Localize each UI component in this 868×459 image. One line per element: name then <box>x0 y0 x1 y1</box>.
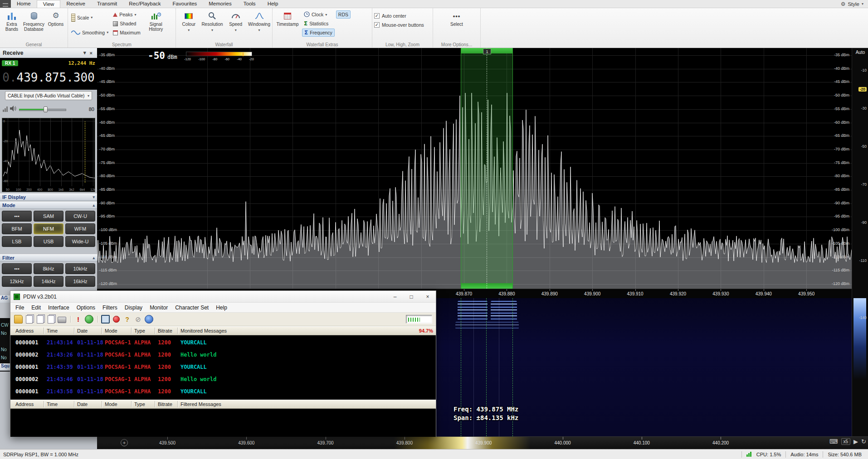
center-button[interactable]: + <box>121 439 128 446</box>
menu-help[interactable]: Help <box>212 304 231 311</box>
mode-button-lsb[interactable]: LSB <box>2 236 32 247</box>
app-menu-icon[interactable] <box>0 0 11 8</box>
alert-icon[interactable] <box>74 315 83 324</box>
play-icon[interactable]: ▶ <box>853 438 858 445</box>
column-messages[interactable]: Monitored Messages <box>180 328 227 333</box>
statistics-button[interactable]: Σ Statistics <box>302 19 335 28</box>
resolution-button[interactable]: Resolution ▾ <box>201 10 224 41</box>
peaks-button[interactable]: Peaks ▾ <box>111 10 142 19</box>
column-mode[interactable]: Mode <box>105 401 117 407</box>
minimize-button[interactable]: – <box>387 291 403 302</box>
pdw-window[interactable]: PDW v3.2b01 – □ × FileEditInterfaceOptio… <box>10 290 436 437</box>
tuning-band[interactable]: 1 <box>461 48 513 289</box>
rx-marker[interactable]: 1 <box>483 48 491 54</box>
tab-home[interactable]: Home <box>11 0 37 8</box>
spectrum-display[interactable]: -35 dBm-35 dBm-40 dBm-40 dBm-45 dBm-45 d… <box>97 48 852 289</box>
column-date[interactable]: Date <box>77 401 88 407</box>
menu-edit[interactable]: Edit <box>28 304 44 311</box>
mode-button-cw-u[interactable]: CW-U <box>65 211 95 222</box>
shaded-button[interactable]: Shaded <box>111 19 142 28</box>
palette-marker[interactable] <box>243 53 244 56</box>
tab-help[interactable]: Help <box>262 0 284 8</box>
copy-icon[interactable] <box>48 315 54 324</box>
close-icon[interactable]: × <box>88 50 94 56</box>
volume-thumb[interactable] <box>44 106 48 112</box>
frequency-readout[interactable]: 0.439.875.300 <box>0 67 97 88</box>
tab-receive[interactable]: Receive <box>60 0 91 8</box>
menu-interface[interactable]: Interface <box>44 304 73 311</box>
signal-history-button[interactable]: Signal History <box>144 10 168 41</box>
menu-options[interactable]: Options <box>73 304 99 311</box>
column-date[interactable]: Date <box>77 328 88 333</box>
frequency-database-button[interactable]: Frequency Database <box>23 10 44 41</box>
refresh-icon[interactable]: ↻ <box>861 438 866 445</box>
tab-favourites[interactable]: Favourites <box>167 0 203 8</box>
volume-slider[interactable] <box>19 106 66 112</box>
rds-button[interactable]: RDS <box>336 10 351 19</box>
tab-memories[interactable]: Memories <box>203 0 237 8</box>
tab-rec-playback[interactable]: Rec/Playback <box>123 0 166 8</box>
monitor-icon[interactable] <box>101 315 110 324</box>
filter-button-16khz[interactable]: 16kHz <box>65 276 95 287</box>
menu-character-set[interactable]: Character Set <box>171 304 212 311</box>
globe-icon[interactable] <box>85 315 93 324</box>
smoothing-button[interactable]: Smoothing ▾ <box>70 25 110 39</box>
timestamp-button[interactable]: Timestamp <box>274 10 301 41</box>
menu-filters[interactable]: Filters <box>99 304 121 311</box>
column-mode[interactable]: Mode <box>105 328 117 333</box>
section-mode[interactable]: Mode ▴ <box>0 202 97 209</box>
pdw-message-row[interactable]: 000000221:43:4601-11-18POCSAG-1ALPHA1200… <box>10 374 436 386</box>
record-icon[interactable] <box>112 315 121 324</box>
clock-button[interactable]: Clock ▾ <box>302 10 335 19</box>
column-address[interactable]: Address <box>15 328 34 333</box>
levels-icon[interactable] <box>3 106 8 112</box>
auto-range-button[interactable]: Auto <box>852 50 868 55</box>
scale-button[interactable]: Scale ▾ <box>70 10 110 24</box>
auto-center-checkbox[interactable]: ✓ Auto center <box>374 11 431 20</box>
help-icon[interactable] <box>123 315 132 324</box>
pdw-message-row[interactable]: 000000121:43:3901-11-18POCSAG-1ALPHA1200… <box>10 362 436 374</box>
column-time[interactable]: Time <box>47 328 58 333</box>
keyboard-icon[interactable]: ⌨ <box>829 438 838 445</box>
copy-icon[interactable] <box>37 315 44 324</box>
colour-button[interactable]: Colour ▾ <box>178 10 200 41</box>
zoom-level[interactable]: x5 <box>841 438 851 445</box>
select-button[interactable]: ••• Select <box>444 10 469 41</box>
filter-button-8khz[interactable]: 8kHz <box>34 263 63 274</box>
column-bitrate[interactable]: Bitrate <box>158 328 172 333</box>
mode-button-bfm[interactable]: BFM <box>2 223 32 234</box>
pin-icon[interactable]: ▾ <box>82 50 88 56</box>
mode-button-more[interactable]: ••• <box>2 211 32 222</box>
block-icon[interactable] <box>134 315 142 324</box>
pdw-message-row[interactable]: 000000221:43:2601-11-18POCSAG-1ALPHA1200… <box>10 349 436 362</box>
web-icon[interactable] <box>145 315 153 324</box>
mode-button-sam[interactable]: SAM <box>34 211 63 222</box>
options-button[interactable]: ⚙ Options <box>46 10 66 41</box>
maximum-button[interactable]: Maximum <box>111 29 142 37</box>
menu-monitor[interactable]: Monitor <box>146 304 171 311</box>
column-type[interactable]: Type <box>134 328 145 333</box>
palette-legend[interactable] <box>186 52 252 56</box>
style-control[interactable]: ⚙ Style ▾ <box>841 0 868 8</box>
open-icon[interactable] <box>14 315 23 324</box>
speaker-icon[interactable] <box>10 105 17 113</box>
maximize-button[interactable]: □ <box>403 291 419 302</box>
pdw-message-row[interactable]: 000000121:43:5801-11-18POCSAG-1ALPHA1200… <box>10 386 436 398</box>
windowing-button[interactable]: Windowing ▾ <box>248 10 270 41</box>
receive-panel-header[interactable]: Receive ▾ × <box>0 48 97 58</box>
audio-device-select[interactable]: CABLE Input (VB-Audio Virtual Cable) ▾ <box>5 91 92 100</box>
extra-bands-button[interactable]: Extra Bands <box>2 10 22 41</box>
tab-tools[interactable]: Tools <box>238 0 262 8</box>
pdw-title-bar[interactable]: PDW v3.2b01 – □ × <box>10 291 436 303</box>
filter-button-more[interactable]: ••• <box>2 263 32 274</box>
print-icon[interactable] <box>58 317 66 323</box>
pdw-message-row[interactable]: 000000121:43:1401-11-18POCSAG-1ALPHA1200… <box>10 337 436 349</box>
mode-button-wide-u[interactable]: Wide-U <box>65 236 95 247</box>
filter-button-14khz[interactable]: 14kHz <box>34 276 63 287</box>
tab-view[interactable]: View <box>37 0 61 8</box>
column-type[interactable]: Type <box>134 401 145 407</box>
section-filter[interactable]: Filter ▴ <box>0 254 97 261</box>
column-messages[interactable]: Filtered Messages <box>180 401 221 407</box>
close-button[interactable]: × <box>419 291 436 302</box>
tab-transmit[interactable]: Transmit <box>91 0 123 8</box>
